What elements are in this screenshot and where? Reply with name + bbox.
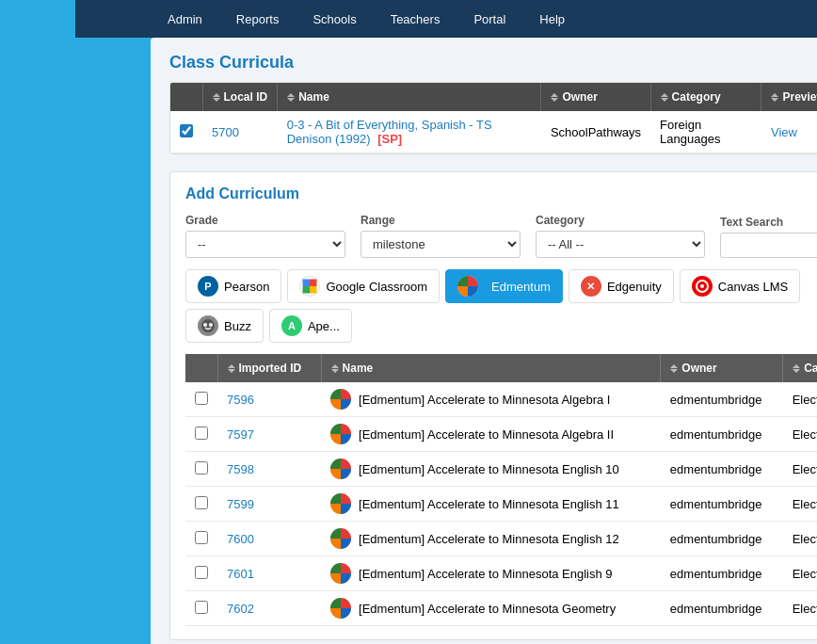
range-select[interactable]: milestone all [360, 231, 521, 258]
result-row: 7602 [Edmentum] Accelerate to Minnesota … [185, 591, 817, 626]
result-name-cell-6: [Edmentum] Accelerate to Minnesota Geome… [321, 591, 661, 626]
text-search-filter-group: Text Search [720, 216, 817, 258]
result-checkbox-cell-1[interactable] [185, 417, 217, 452]
curricula-checkbox[interactable] [180, 124, 193, 137]
provider-edgenuity-btn[interactable]: ✕ Edgenuity [569, 269, 674, 303]
pearson-icon: P [198, 276, 218, 297]
provider-google-btn[interactable]: Google Classroom [287, 269, 440, 303]
result-imported-id-1: 7597 [217, 417, 321, 452]
result-row: 7601 [Edmentum] Accelerate to Minnesota … [185, 556, 817, 591]
result-id-link-5[interactable]: 7601 [227, 567, 254, 581]
grade-filter-group: Grade -- K123 4567 89101112 [185, 214, 345, 258]
buzz-icon [198, 315, 218, 336]
edgenuity-label: Edgenuity [607, 280, 662, 294]
result-checkbox-cell-3[interactable] [185, 487, 217, 522]
result-id-link-6[interactable]: 7602 [227, 602, 254, 616]
result-checkbox-2[interactable] [195, 461, 208, 475]
sort-results-name-icon [331, 364, 339, 373]
sort-local-id-icon [213, 93, 220, 102]
result-name-cell-2: [Edmentum] Accelerate to Minnesota Engli… [321, 452, 661, 487]
provider-buzz-btn[interactable]: Buzz [185, 309, 264, 343]
nav-help[interactable]: Help [522, 0, 582, 38]
class-curricula-table: Local ID Name [170, 83, 817, 153]
results-col-name: Name [321, 354, 661, 382]
col-local-id-header: Local ID [202, 83, 278, 111]
result-id-link-1[interactable]: 7597 [227, 427, 254, 442]
result-name-cell-0: [Edmentum] Accelerate to Minnesota Algeb… [321, 382, 661, 417]
provider-canvas-btn[interactable]: Canvas LMS [680, 269, 800, 303]
col-preview-header: Preview [761, 83, 817, 111]
result-imported-id-3: 7599 [217, 487, 321, 522]
text-search-input[interactable] [720, 233, 817, 258]
svg-rect-0 [303, 280, 311, 287]
google-label: Google Classroom [326, 280, 427, 294]
result-name-cell-4: [Edmentum] Accelerate to Minnesota Engli… [321, 522, 661, 556]
results-col-owner: Owner [661, 354, 783, 382]
curricula-name-link[interactable]: 0-3 - A Bit of Everything, Spanish - TS … [287, 118, 492, 146]
curricula-owner: SchoolPathways [541, 111, 650, 153]
class-curricula-table-container: Local ID Name [169, 82, 817, 154]
result-id-link-0[interactable]: 7596 [227, 393, 254, 407]
result-imported-id-4: 7600 [217, 522, 321, 556]
result-id-link-2[interactable]: 7598 [227, 462, 254, 476]
curricula-local-id-link[interactable]: 5700 [212, 125, 239, 139]
provider-pearson-btn[interactable]: P Pearson [185, 269, 281, 303]
nav-admin[interactable]: Admin [151, 0, 219, 38]
results-col-imported-id: Imported ID [217, 354, 321, 382]
result-icon-0 [330, 389, 351, 410]
nav-schools[interactable]: Schools [296, 0, 373, 38]
result-id-link-3[interactable]: 7599 [227, 497, 254, 511]
result-name-cell-5: [Edmentum] Accelerate to Minnesota Engli… [321, 556, 661, 591]
result-checkbox-5[interactable] [195, 566, 208, 579]
result-checkbox-3[interactable] [195, 496, 208, 509]
edmentum-icon [457, 276, 478, 297]
sort-imported-id-icon [228, 364, 235, 373]
results-table-wrapper: Imported ID Name [185, 354, 817, 626]
result-owner-4: edmentumbridge [661, 522, 783, 556]
range-filter-group: Range milestone all [360, 214, 521, 258]
result-checkbox-cell-4[interactable] [185, 522, 217, 556]
curricula-checkbox-cell[interactable] [170, 111, 202, 153]
main-content: Class Curricula [151, 38, 817, 644]
nav-teachers[interactable]: Teachers [374, 0, 457, 38]
add-curriculum-title: Add Curriculum [185, 185, 817, 202]
grade-select[interactable]: -- K123 4567 89101112 [185, 231, 345, 258]
result-id-link-4[interactable]: 7600 [227, 532, 254, 546]
result-checkbox-cell-5[interactable] [185, 556, 217, 591]
col-checkbox-header [170, 83, 202, 111]
curricula-category: Foreign Languages [650, 111, 761, 153]
svg-point-8 [203, 323, 207, 327]
result-icon-6 [330, 598, 351, 619]
provider-apex-btn[interactable]: A Ape... [269, 309, 352, 343]
sort-category-icon [661, 93, 668, 102]
nav-reports[interactable]: Reports [219, 0, 296, 38]
curricula-row-5700: 5700 0-3 - A Bit of Everything, Spanish … [170, 111, 817, 153]
category-filter-group: Category -- All -- Electives Foreign Lan… [536, 214, 705, 258]
result-imported-id-0: 7596 [217, 382, 321, 417]
result-owner-2: edmentumbridge [661, 452, 783, 487]
result-checkbox-cell-0[interactable] [185, 382, 217, 417]
result-checkbox-cell-2[interactable] [185, 452, 217, 487]
result-checkbox-4[interactable] [195, 531, 208, 544]
result-owner-3: edmentumbridge [661, 487, 783, 522]
result-icon-2 [330, 459, 351, 479]
result-owner-6: edmentumbridge [661, 591, 783, 626]
nav-portal[interactable]: Portal [457, 0, 522, 38]
category-select[interactable]: -- All -- Electives Foreign Languages Ma… [536, 231, 705, 258]
col-category-header: Category [650, 83, 761, 111]
result-checkbox-6[interactable] [195, 601, 208, 614]
svg-point-9 [209, 323, 213, 327]
top-nav: Admin Reports Schools Teachers Portal He… [75, 0, 817, 38]
result-checkbox-0[interactable] [195, 392, 208, 405]
result-row: 7599 [Edmentum] Accelerate to Minnesota … [185, 487, 817, 522]
result-icon-5 [330, 563, 351, 584]
result-checkbox-1[interactable] [195, 427, 208, 440]
text-search-label: Text Search [720, 216, 817, 229]
sort-owner-icon [551, 93, 558, 102]
curricula-preview-link[interactable]: View [771, 125, 797, 139]
curricula-preview: View [761, 111, 817, 153]
range-filter-label: Range [360, 214, 521, 227]
provider-edmentum-btn[interactable]: Edmentum [445, 269, 563, 303]
category-filter-label: Category [536, 214, 705, 227]
result-checkbox-cell-6[interactable] [185, 591, 217, 626]
